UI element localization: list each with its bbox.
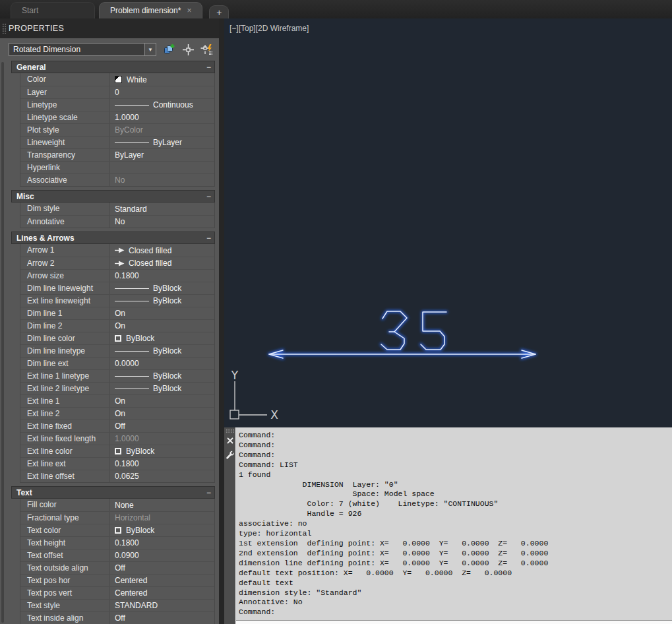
property-value[interactable]: On [110,320,214,332]
property-value[interactable]: 0.1800 [110,270,214,282]
property-value[interactable]: ByBlock [110,282,214,294]
properties-title-bar: PROPERTIES [0,18,219,38]
property-value[interactable]: Closed filled [110,244,214,257]
object-type-dropdown[interactable]: Rotated Dimension ▼ [9,43,156,56]
section-title: Misc [16,192,206,201]
command-close-button[interactable] [224,435,235,446]
section-header-misc[interactable]: Misc− [11,190,215,203]
property-value[interactable]: 0.0000 [110,358,214,369]
command-grip-icon[interactable] [226,429,234,433]
toggle-pickadd-button[interactable] [200,43,214,56]
property-value[interactable]: ByBlock [110,332,214,344]
select-objects-button[interactable] [181,43,195,56]
drawing-canvas[interactable]: Y X [224,18,672,427]
property-value[interactable]: ByLayer [110,137,214,148]
property-label: Dim line linetype [20,345,110,357]
property-value-text: 0.0000 [115,359,139,368]
property-row-text-height: Text height0.1800 [20,536,214,549]
property-label: Text pos hor [20,575,110,586]
property-label: Text outside align [20,562,110,574]
property-value[interactable]: None [110,499,214,511]
property-value[interactable]: ByBlock [110,345,214,357]
property-value[interactable]: Standard [110,203,214,215]
property-value[interactable]: 1.0000 [110,111,214,123]
property-value[interactable]: Off [110,612,214,624]
autocad-window: Start Problem dimension* × + PROPERTIES … [0,0,672,624]
palette-grip-icon[interactable] [2,23,7,34]
property-value-text: 0.1800 [115,271,139,280]
tab-start[interactable]: Start [11,2,95,18]
color-swatch-white-icon [115,76,122,83]
property-value-text: 0.1800 [115,538,139,547]
property-value-text: ByColor [115,125,143,135]
property-value[interactable]: 0.1800 [110,458,214,470]
tab-problem-dimension[interactable]: Problem dimension* × [99,2,202,18]
command-customize-button[interactable] [225,450,235,460]
property-value[interactable]: ByBlock [110,445,214,457]
property-row-plot-style: Plot styleByColor [20,123,214,136]
property-value[interactable]: No [110,216,214,228]
property-value[interactable]: On [110,408,214,420]
properties-title: PROPERTIES [9,24,64,33]
property-value-text: Off [115,421,125,431]
section-header-lines-arrows[interactable]: Lines & Arrows− [11,232,215,244]
section-header-general[interactable]: General− [11,61,215,73]
palette-scrollbar[interactable] [1,62,4,623]
property-value[interactable]: Horizontal [110,512,214,524]
quick-select-icon [163,44,175,56]
property-value-text: 0.0900 [115,551,139,560]
property-value[interactable]: On [110,307,214,319]
model-viewport[interactable]: [−][Top][2D Wireframe] [224,18,672,427]
property-value[interactable]: ByColor [110,124,214,136]
command-input[interactable] [236,620,672,624]
property-value[interactable]: ByBlock [110,383,214,394]
viewport-controls-label[interactable]: [−][Top][2D Wireframe] [229,24,309,33]
property-label: Dim style [20,203,110,215]
collapse-icon[interactable]: − [206,235,211,241]
property-value[interactable]: Off [110,420,214,432]
property-value[interactable]: ByBlock [110,295,214,307]
property-label: Ext line 2 [20,408,110,420]
property-value[interactable]: Closed filled [110,257,214,269]
new-tab-button[interactable]: + [209,5,229,18]
property-value[interactable]: ByLayer [110,149,214,161]
section-header-text[interactable]: Text− [11,486,215,499]
property-row-color: ColorWhite [20,73,214,86]
property-value[interactable]: 0.0625 [110,470,214,482]
property-value[interactable]: 0.0900 [110,549,214,561]
tab-close-icon[interactable]: × [187,6,191,15]
property-value[interactable]: Centered [110,587,214,599]
property-value[interactable]: On [110,395,214,407]
property-value[interactable]: Continuous [110,99,214,111]
property-value[interactable]: 0 [110,86,214,98]
quick-select-button[interactable] [162,43,175,56]
property-value-text: Centered [115,576,147,585]
property-value[interactable]: 1.0000 [110,433,214,445]
property-label: Ext line ext [20,458,110,470]
collapse-icon[interactable]: − [206,193,211,200]
property-value[interactable]: ByBlock [110,370,214,382]
property-value[interactable]: 0.1800 [110,537,214,549]
selected-dimension-object[interactable] [269,311,535,358]
property-value[interactable]: Off [110,562,214,574]
property-label: Color [20,73,110,86]
property-value[interactable] [110,162,214,173]
file-tab-bar: Start Problem dimension* × + [0,0,672,18]
collapse-icon[interactable]: − [206,64,211,71]
property-value[interactable]: STANDARD [110,600,214,611]
property-label: Ext line 1 linetype [20,370,110,382]
property-value-text: Off [115,613,125,623]
collapse-icon[interactable]: − [206,489,211,496]
property-value[interactable]: White [110,73,214,86]
right-pane: [−][Top][2D Wireframe] [224,18,672,624]
property-value-text: White [127,75,147,84]
property-value[interactable]: Centered [110,575,214,586]
property-value-text: ByLayer [115,150,144,160]
command-history-area: Command: Command: Command: Command: LIST… [235,427,672,624]
property-label: Hyperlink [20,162,110,173]
property-value[interactable]: ByBlock [110,524,214,536]
property-value-text: 0 [115,88,119,97]
property-value[interactable]: No [110,174,214,186]
dropdown-arrow-icon[interactable]: ▼ [144,44,156,55]
property-row-fractional-type: Fractional typeHorizontal [20,511,214,524]
